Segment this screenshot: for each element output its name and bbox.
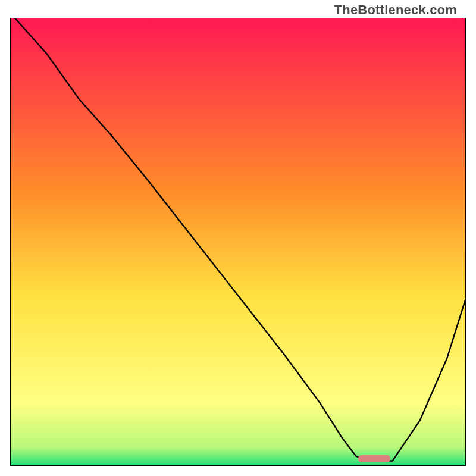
plot-area — [10, 18, 466, 466]
bottleneck-curve — [15, 18, 465, 461]
curve-layer — [11, 18, 465, 465]
optimum-marker — [358, 455, 390, 462]
chart-page: TheBottleneck.com — [0, 0, 476, 476]
watermark-text: TheBottleneck.com — [334, 2, 457, 18]
